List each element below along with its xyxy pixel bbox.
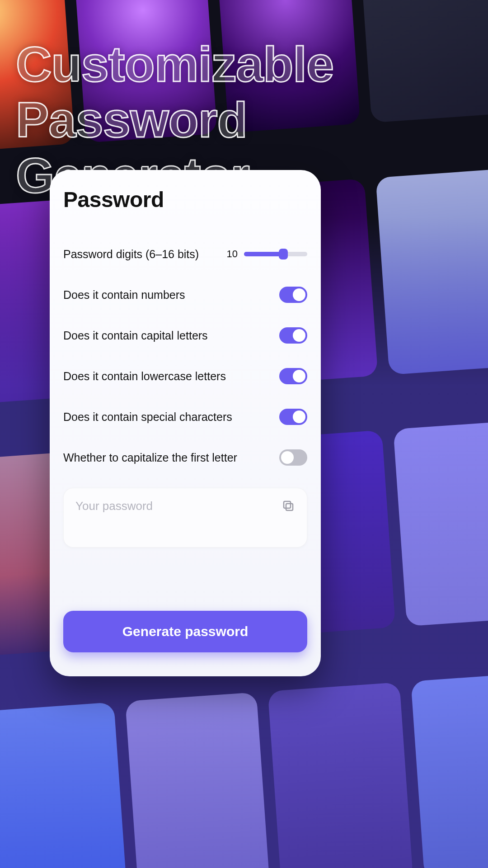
- svg-rect-0: [286, 504, 293, 510]
- row-length: Password digits (6–16 bits) 10: [63, 234, 307, 274]
- svg-rect-1: [284, 501, 291, 508]
- option-label-special: Does it contain special characters: [63, 410, 279, 424]
- toggle-special[interactable]: [279, 409, 307, 425]
- row-numbers: Does it contain numbers: [63, 274, 307, 315]
- generate-button-label: Generate password: [122, 624, 248, 639]
- copy-icon[interactable]: [282, 499, 295, 513]
- hero-line-1: Customizable: [16, 36, 333, 92]
- toggle-uppercase[interactable]: [279, 327, 307, 344]
- row-uppercase: Does it contain capital letters: [63, 315, 307, 356]
- password-output[interactable]: Your password: [63, 488, 307, 547]
- option-label-uppercase: Does it contain capital letters: [63, 329, 279, 342]
- row-special: Does it contain special characters: [63, 396, 307, 437]
- toggle-numbers[interactable]: [279, 287, 307, 303]
- length-label: Password digits (6–16 bits): [63, 248, 226, 261]
- card-title: Password: [63, 187, 307, 212]
- option-label-numbers: Does it contain numbers: [63, 288, 279, 302]
- output-placeholder: Your password: [75, 499, 153, 513]
- option-label-capfirst: Whether to capitalize the first letter: [63, 451, 279, 464]
- generate-button[interactable]: Generate password: [63, 611, 307, 652]
- password-card: Password Password digits (6–16 bits) 10 …: [50, 170, 321, 676]
- length-slider[interactable]: [244, 252, 307, 256]
- row-capfirst: Whether to capitalize the first letter: [63, 437, 307, 478]
- slider-thumb[interactable]: [279, 249, 288, 259]
- row-lowercase: Does it contain lowercase letters: [63, 356, 307, 396]
- toggle-capfirst[interactable]: [279, 449, 307, 466]
- toggle-lowercase[interactable]: [279, 368, 307, 384]
- option-label-lowercase: Does it contain lowercase letters: [63, 370, 279, 383]
- length-value: 10: [226, 248, 238, 260]
